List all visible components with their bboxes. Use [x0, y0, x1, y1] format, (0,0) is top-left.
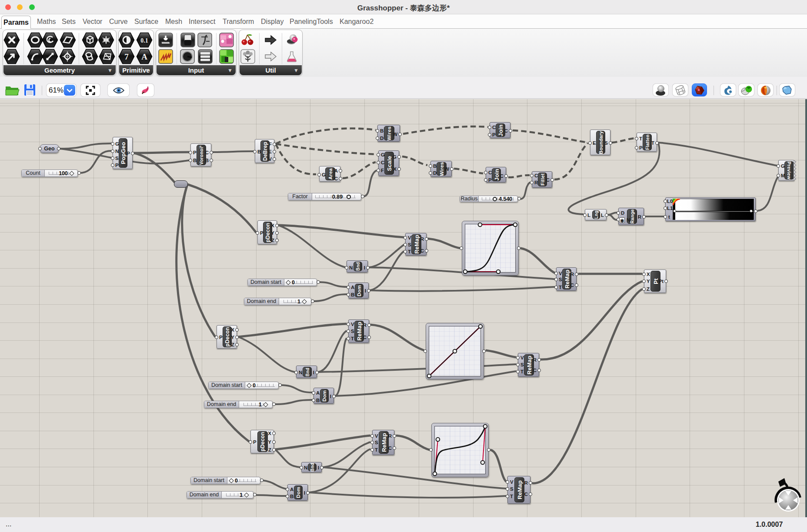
- svg-text:0.1: 0.1: [140, 37, 148, 44]
- svg-text:7: 7: [124, 52, 129, 61]
- svg-text:A: A: [141, 52, 147, 61]
